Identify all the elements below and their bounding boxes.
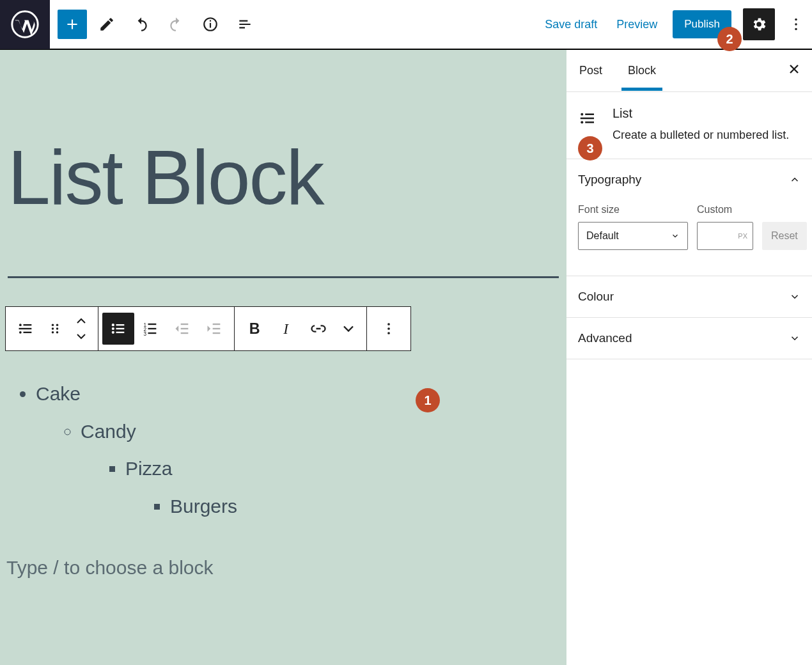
svg-point-4	[795, 19, 797, 20]
block-title: List	[613, 106, 789, 121]
more-options-button[interactable]	[786, 10, 806, 39]
italic-button[interactable]: I	[270, 313, 302, 345]
close-sidebar-button[interactable]	[788, 63, 800, 79]
block-toolbar: 123 B I	[5, 306, 411, 351]
move-arrows[interactable]	[68, 313, 94, 344]
undo-icon	[133, 16, 150, 33]
list-icon	[17, 320, 35, 338]
chevron-down-icon	[671, 231, 680, 240]
panel-head-advanced[interactable]: Advanced	[578, 318, 800, 359]
add-block-button[interactable]	[58, 10, 87, 39]
link-button[interactable]	[302, 313, 334, 345]
indent-icon	[205, 320, 223, 338]
svg-point-18	[112, 324, 114, 326]
annotation-badge-2: 2	[717, 27, 742, 51]
custom-size-input[interactable]: PX	[697, 222, 753, 250]
italic-icon: I	[277, 320, 295, 338]
chevron-up-icon	[76, 317, 86, 325]
edit-mode-button[interactable]	[92, 10, 121, 39]
svg-rect-27	[148, 328, 157, 329]
svg-rect-8	[24, 324, 32, 325]
svg-point-9	[19, 331, 22, 334]
block-options-button[interactable]	[371, 313, 407, 345]
chevron-down-icon	[76, 332, 86, 340]
undo-button[interactable]	[127, 10, 156, 39]
svg-point-20	[112, 327, 114, 330]
list-item[interactable]: Burgers	[170, 488, 559, 526]
panel-typography: Typography Font size Default Custom PX	[566, 159, 812, 276]
list-item[interactable]: Pizza Burgers	[125, 450, 559, 525]
post-title[interactable]: List Block	[5, 50, 561, 217]
outdent-button[interactable]	[166, 313, 198, 345]
outdent-icon	[173, 320, 191, 338]
kebab-icon	[380, 320, 398, 338]
block-type-button[interactable]	[10, 313, 42, 345]
save-draft-button[interactable]: Save draft	[541, 13, 601, 36]
more-format-button[interactable]	[334, 313, 363, 345]
editor-header: Save draft Preview Publish 2	[0, 0, 812, 50]
svg-point-16	[52, 331, 54, 334]
header-left-tools	[50, 10, 260, 39]
panel-advanced: Advanced	[566, 318, 812, 359]
svg-rect-10	[24, 332, 32, 333]
svg-rect-35	[213, 332, 221, 334]
outline-button[interactable]	[230, 10, 260, 39]
drag-icon	[46, 320, 64, 338]
font-size-select[interactable]: Default	[578, 222, 688, 250]
svg-point-17	[56, 331, 59, 334]
svg-point-43	[581, 121, 583, 123]
svg-text:I: I	[283, 320, 289, 337]
move-up-button	[76, 313, 86, 329]
settings-sidebar: Post Block List Create a bulleted or num…	[566, 50, 812, 665]
ordered-list-button[interactable]: 123	[134, 313, 166, 345]
bullet-list-icon	[109, 320, 127, 338]
block-appender[interactable]: Type / to choose a block	[5, 551, 561, 617]
panel-colour: Colour	[566, 276, 812, 318]
svg-rect-44	[585, 121, 594, 123]
svg-rect-30	[181, 324, 189, 325]
panel-head-colour[interactable]: Colour	[578, 276, 800, 317]
svg-point-12	[52, 324, 54, 326]
list-item[interactable]: Candy Pizza Burgers	[81, 413, 559, 526]
wordpress-icon	[11, 10, 39, 38]
annotation-badge-3: 3	[578, 136, 602, 160]
block-description: List Create a bulleted or numbered list.	[566, 92, 812, 159]
svg-rect-34	[213, 328, 221, 329]
indent-button[interactable]	[198, 313, 230, 345]
move-down-button	[76, 329, 86, 344]
svg-rect-11	[19, 328, 32, 329]
preview-button[interactable]: Preview	[613, 13, 661, 36]
wordpress-logo[interactable]	[0, 0, 50, 49]
svg-point-5	[795, 23, 797, 25]
settings-button[interactable]	[743, 8, 775, 40]
title-divider	[8, 276, 559, 278]
svg-rect-31	[181, 328, 189, 329]
panel-head-typography[interactable]: Typography	[578, 159, 800, 200]
font-size-label: Font size	[578, 204, 688, 215]
redo-icon	[168, 16, 184, 33]
tab-post[interactable]: Post	[578, 51, 604, 90]
list-block[interactable]: Cake Candy Pizza Burgers	[5, 351, 561, 551]
reset-button[interactable]: Reset	[762, 222, 807, 250]
list-item[interactable]: Cake Candy Pizza Burgers	[36, 375, 559, 525]
sidebar-tabs: Post Block	[566, 50, 812, 92]
info-button[interactable]	[196, 10, 225, 39]
bold-button[interactable]: B	[238, 313, 270, 345]
unordered-list-button[interactable]	[102, 313, 134, 345]
svg-rect-42	[585, 114, 594, 116]
svg-text:3: 3	[144, 331, 147, 337]
svg-rect-2	[210, 23, 211, 28]
drag-handle[interactable]	[42, 313, 68, 345]
editor-canvas[interactable]: List Block 123	[0, 50, 566, 665]
tab-block[interactable]: Block	[627, 51, 657, 90]
numbered-list-icon: 123	[141, 320, 159, 338]
redo-button[interactable]	[161, 10, 191, 39]
svg-rect-25	[148, 324, 157, 325]
svg-rect-23	[116, 332, 125, 333]
info-icon	[202, 16, 219, 33]
bold-icon: B	[246, 320, 263, 338]
svg-point-13	[56, 324, 59, 326]
svg-rect-45	[581, 118, 594, 120]
link-icon	[309, 320, 327, 338]
close-icon	[788, 63, 800, 75]
